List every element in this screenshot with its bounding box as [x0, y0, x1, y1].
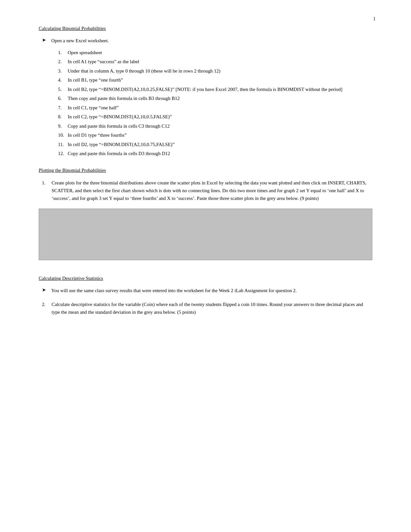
step-8-num: 8.	[58, 113, 68, 121]
step-9-text: Copy and paste this formula in cells C3 …	[68, 123, 170, 130]
desc-step-2-text: Calculate descriptive statistics for the…	[52, 300, 372, 316]
step-10: 10. In cell D1 type “three fourths”	[58, 132, 372, 139]
step-1-num: 1.	[58, 49, 68, 56]
section-descriptive-stats: Calculating Descriptive Statistics ➤ You…	[39, 276, 372, 316]
step-9-num: 9.	[58, 123, 68, 130]
plot-step-1: 1. Create plots for the three binomial d…	[42, 179, 372, 202]
step-2-num: 2.	[58, 58, 68, 65]
step-10-text: In cell D1 type “three fourths”	[68, 132, 127, 139]
step-3-num: 3.	[58, 67, 68, 75]
section1-title: Calculating Binomial Probabilities	[39, 26, 372, 31]
step-7: 7. In cell C1, type “one half”	[58, 104, 372, 112]
plot-step-1-text: Create plots for the three binomial dist…	[52, 179, 372, 202]
step-5-text: In cell B2, type “=BINOM.DIST(A2,10,0.25…	[68, 86, 342, 93]
section-calculating-binomial: Calculating Binomial Probabilities ➤ Ope…	[39, 26, 372, 157]
step-6: 6. Then copy and paste this formula in c…	[58, 95, 372, 102]
plot-step-1-num: 1.	[42, 179, 52, 187]
step-9: 9. Copy and paste this formula in cells …	[58, 123, 372, 130]
bullet-open-excel: ➤ Open a new Excel worksheet.	[42, 37, 372, 44]
bullet-class-survey: ➤ You will use the same class survey res…	[42, 287, 372, 294]
step-7-num: 7.	[58, 104, 68, 112]
step-3: 3. Under that in column A, type 0 throug…	[58, 67, 372, 75]
step-7-text: In cell C1, type “one half”	[68, 104, 119, 112]
step-5-num: 5.	[58, 86, 68, 93]
desc-step-2-num: 2.	[42, 300, 52, 308]
bullet-arrow-2-icon: ➤	[42, 287, 46, 293]
step-10-num: 10.	[58, 132, 68, 139]
step-8: 8. In cell C2, type “=BINOM.DIST(A2,10,0…	[58, 113, 372, 121]
bullet-class-survey-text: You will use the same class survey resul…	[51, 287, 297, 294]
step-2: 2. In cell A1 type “success” as the labe…	[58, 58, 372, 65]
desc-step-2: 2. Calculate descriptive statistics for …	[42, 300, 372, 316]
step-4-num: 4.	[58, 76, 68, 84]
step-5: 5. In cell B2, type “=BINOM.DIST(A2,10,0…	[58, 86, 372, 93]
scatter-plots-grey-area	[39, 209, 372, 260]
steps-list: 1. Open spreadsheet 2. In cell A1 type “…	[58, 49, 372, 157]
bullet-arrow-icon: ➤	[42, 37, 46, 43]
step-1: 1. Open spreadsheet	[58, 49, 372, 56]
section2-title: Plotting the Binomial Probabilities	[39, 168, 372, 173]
page-number: 1	[373, 16, 376, 22]
section-plotting: Plotting the Binomial Probabilities 1. C…	[39, 168, 372, 260]
step-3-text: Under that in column A, type 0 through 1…	[68, 67, 220, 75]
step-11-num: 11.	[58, 141, 68, 148]
step-11: 11. In cell D2, type “=BINOM.DIST(A2,10,…	[58, 141, 372, 148]
step-1-text: Open spreadsheet	[68, 49, 102, 56]
step-6-text: Then copy and paste this formula in cell…	[68, 95, 180, 102]
step-4: 4. In cell B1, type “one fourth”	[58, 76, 372, 84]
section3-title: Calculating Descriptive Statistics	[39, 276, 372, 281]
page: 1 Calculating Binomial Probabilities ➤ O…	[0, 0, 411, 532]
step-12-text: Copy and paste this formula in cells D3 …	[68, 150, 170, 157]
step-12: 12. Copy and paste this formula in cells…	[58, 150, 372, 157]
step-8-text: In cell C2, type “=BINOM.DIST(A2,10,0.5,…	[68, 113, 172, 121]
step-6-num: 6.	[58, 95, 68, 102]
step-4-text: In cell B1, type “one fourth”	[68, 76, 123, 84]
step-12-num: 12.	[58, 150, 68, 157]
step-11-text: In cell D2, type “=BINOM.DIST(A2,10,0.75…	[68, 141, 174, 148]
step-2-text: In cell A1 type “success” as the label	[68, 58, 139, 65]
bullet-open-excel-text: Open a new Excel worksheet.	[51, 37, 109, 44]
